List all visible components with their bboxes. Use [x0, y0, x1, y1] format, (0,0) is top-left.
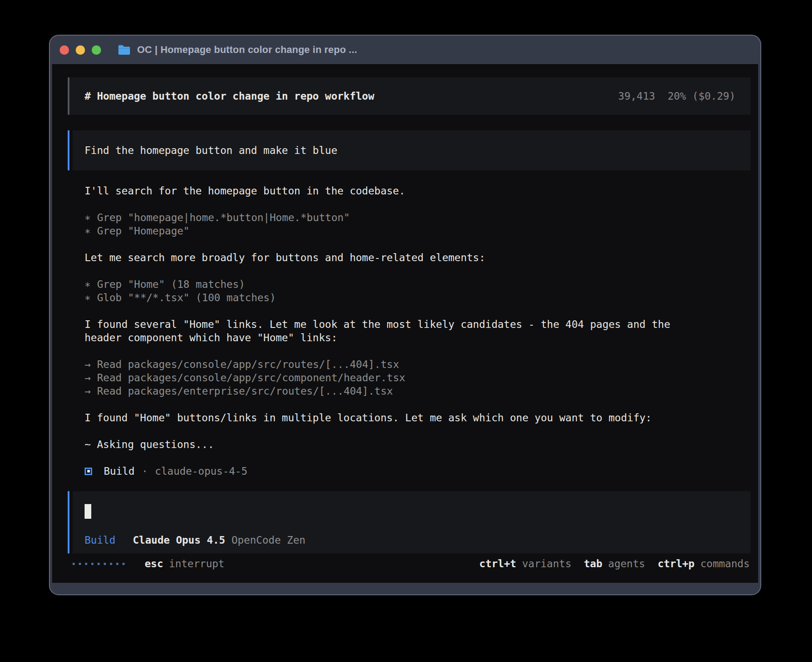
user-message: Find the homepage button and make it blu…: [73, 130, 751, 170]
esc-key-action: interrupt: [169, 558, 225, 569]
user-message-text: Find the homepage button and make it blu…: [85, 145, 337, 156]
hint-label: commands: [700, 558, 750, 569]
agent-build-icon: [85, 468, 92, 475]
agent-mode-label[interactable]: Build: [85, 533, 115, 547]
hint-key: tab: [584, 558, 602, 569]
tool-call-group: ∗Grep "homepage|home.*button|Home.*butto…: [85, 211, 758, 238]
esc-key-hint: esc: [145, 558, 163, 569]
tool-call-text: Grep "homepage|home.*button|Home.*button…: [97, 212, 350, 223]
status-right: ctrl+t variants tab agents ctrl+p comman…: [467, 558, 750, 569]
read-call-group: →Read packages/console/app/src/routes/[.…: [85, 358, 758, 398]
assistant-text: I found "Home" buttons/links in multiple…: [85, 411, 758, 424]
tool-call-grep: ∗Grep "homepage|home.*button|Home.*butto…: [85, 211, 758, 224]
provider-label: OpenCode Zen: [231, 533, 305, 547]
maximize-button[interactable]: [92, 45, 101, 55]
hint-key: ctrl+t: [479, 558, 516, 569]
terminal-content: # Homepage button color change in repo w…: [52, 64, 758, 583]
tool-call-group: ∗Grep "Home" (18 matches) ∗Glob "**/*.ts…: [85, 278, 758, 304]
session-title: # Homepage button color change in repo w…: [85, 90, 374, 102]
status-left: esc interrupt: [73, 558, 224, 569]
tool-call-text: Glob "**/*.tsx" (100 matches): [97, 292, 276, 303]
tool-call-text: Grep "Home" (18 matches): [97, 279, 245, 290]
window-titlebar: OC | Homepage button color change in rep…: [50, 36, 760, 64]
tool-marker-icon: ∗: [85, 211, 97, 224]
terminal-window: OC | Homepage button color change in rep…: [49, 35, 761, 595]
tool-call-read: →Read packages/enterprise/src/routes/[..…: [85, 384, 758, 398]
input-meta-row: Build Claude Opus 4.5 OpenCode Zen: [85, 533, 751, 547]
tool-call-read: →Read packages/console/app/src/component…: [85, 371, 758, 384]
arrow-right-icon: →: [85, 384, 97, 398]
assistant-text: I'll search for the homepage button in t…: [85, 184, 758, 198]
tool-call-glob: ∗Glob "**/*.tsx" (100 matches): [85, 291, 758, 304]
hint-key: ctrl+p: [658, 558, 694, 569]
hint-label: variants: [522, 558, 572, 569]
tool-call-text: Read packages/console/app/src/routes/[..…: [97, 359, 399, 370]
context-cost: 20% ($0.29): [668, 90, 735, 102]
assistant-paragraph: I found several "Home" links. Let me loo…: [85, 318, 758, 344]
agent-name: Build: [104, 464, 134, 478]
assistant-text: header component which have "Home" links…: [85, 331, 758, 344]
session-header: # Homepage button color change in repo w…: [68, 77, 751, 115]
assistant-text: I found several "Home" links. Let me loo…: [85, 318, 758, 331]
text-cursor: [85, 504, 91, 519]
conversation: I'll search for the homepage button in t…: [85, 184, 758, 478]
tool-call-grep: ∗Grep "Homepage": [85, 224, 758, 238]
separator-dot: ·: [142, 464, 148, 478]
token-count: 39,413: [618, 90, 655, 102]
status-bar: esc interrupt ctrl+t variants tab agents…: [73, 557, 750, 570]
tool-call-text: Read packages/console/app/src/component/…: [97, 372, 405, 383]
hint-variants: ctrl+t variants: [479, 558, 572, 569]
activity-spinner-icon: [73, 563, 129, 565]
desktop: OC | Homepage button color change in rep…: [0, 0, 812, 662]
tool-marker-icon: ∗: [85, 224, 97, 238]
hint-agents: tab agents: [584, 558, 645, 569]
tool-marker-icon: ∗: [85, 291, 97, 304]
window-title: OC | Homepage button color change in rep…: [137, 44, 357, 56]
arrow-right-icon: →: [85, 371, 97, 384]
hint-label: agents: [608, 558, 645, 569]
agent-model: claude-opus-4-5: [155, 464, 248, 478]
close-button[interactable]: [60, 45, 69, 55]
prompt-input[interactable]: Build Claude Opus 4.5 OpenCode Zen: [73, 491, 751, 553]
arrow-right-icon: →: [85, 358, 97, 371]
tool-call-grep: ∗Grep "Home" (18 matches): [85, 278, 758, 291]
agent-attribution: Build · claude-opus-4-5: [85, 464, 758, 478]
minimize-button[interactable]: [76, 45, 85, 55]
assistant-text: Let me search more broadly for buttons a…: [85, 251, 758, 264]
tool-marker-icon: ∗: [85, 278, 97, 291]
tool-call-text: Read packages/enterprise/src/routes/[...…: [97, 385, 393, 397]
model-label[interactable]: Claude Opus 4.5: [133, 533, 225, 547]
tool-call-text: Grep "Homepage": [97, 225, 190, 237]
folder-icon: [118, 44, 131, 55]
tool-call-read: →Read packages/console/app/src/routes/[.…: [85, 358, 758, 371]
working-status-text: ~ Asking questions...: [85, 438, 758, 451]
session-stats: 39,413 20% ($0.29): [618, 90, 735, 102]
hint-commands: ctrl+p commands: [658, 558, 750, 569]
